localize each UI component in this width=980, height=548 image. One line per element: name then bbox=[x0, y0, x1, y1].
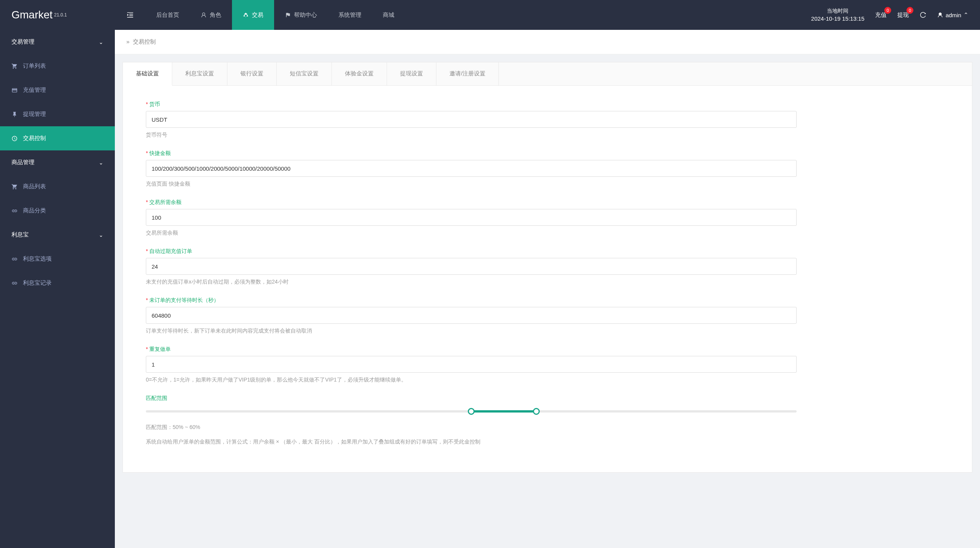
chevron-down-icon: ⌄ bbox=[99, 160, 103, 166]
main-content: » 交易控制 基础设置 利息宝设置 银行设置 短信宝设置 体验金设置 提现设置 … bbox=[115, 30, 980, 548]
cart-icon bbox=[11, 184, 18, 190]
flag-icon bbox=[285, 12, 291, 18]
top-header: Gmarket 21.0.1 后台首页 角色 交易 帮助中心 系统管理 商城 bbox=[0, 0, 980, 30]
match-range-slider[interactable] bbox=[146, 405, 797, 418]
user-menu[interactable]: admin ⌃ bbox=[937, 11, 969, 18]
sidebar-item-interest-log[interactable]: 利息宝记录 bbox=[0, 271, 115, 295]
nav-help[interactable]: 帮助中心 bbox=[274, 0, 328, 30]
sidebar-item-product-cat[interactable]: 商品分类 bbox=[0, 199, 115, 223]
repeat-order-help: 0=不允许，1=允许，如果昨天用户做了VIP1级别的单，那么他今天就做不了VIP… bbox=[146, 377, 949, 383]
wait-time-help: 订单支付等待时长，新下订单未在此时间内容完成支付将会被自动取消 bbox=[146, 328, 949, 334]
required-mark: * bbox=[146, 346, 148, 352]
nav-system[interactable]: 系统管理 bbox=[328, 0, 372, 30]
sidebar-item-orders[interactable]: 订单列表 bbox=[0, 54, 115, 78]
match-range-text: 匹配范围：50% ~ 60% bbox=[146, 424, 949, 431]
required-mark: * bbox=[146, 101, 148, 107]
sidebar-group-product[interactable]: 商品管理 ⌄ bbox=[0, 150, 115, 175]
nav-home[interactable]: 后台首页 bbox=[145, 0, 190, 30]
form-area: *货币 货币符号 *快捷金额 充值页面 快捷金额 *交易所需余额 bbox=[123, 86, 972, 472]
recharge-badge: 0 bbox=[884, 7, 891, 14]
required-mark: * bbox=[146, 248, 148, 254]
field-currency: *货币 货币符号 bbox=[146, 101, 949, 139]
recharge-link[interactable]: 充值 0 bbox=[875, 11, 887, 19]
cart-icon bbox=[11, 63, 18, 69]
tab-bank[interactable]: 银行设置 bbox=[227, 62, 277, 85]
slider-knob-max[interactable] bbox=[533, 408, 540, 415]
sidebar-item-interest-opt[interactable]: 利息宝选项 bbox=[0, 247, 115, 271]
required-mark: * bbox=[146, 150, 148, 156]
link-icon bbox=[11, 280, 18, 286]
sidebar-group-trade[interactable]: 交易管理 ⌄ bbox=[0, 30, 115, 54]
user-icon bbox=[201, 12, 207, 18]
sidebar-item-trade-control[interactable]: 交易控制 bbox=[0, 126, 115, 150]
trade-balance-help: 交易所需余额 bbox=[146, 230, 949, 236]
sidebar-item-recharge[interactable]: 充值管理 bbox=[0, 78, 115, 102]
required-mark: * bbox=[146, 199, 148, 205]
hamburger-icon bbox=[126, 11, 134, 19]
brand-version: 21.0.1 bbox=[54, 12, 67, 18]
field-repeat-order: *重复做单 0=不允许，1=允许，如果昨天用户做了VIP1级别的单，那么他今天就… bbox=[146, 346, 949, 383]
sidebar-toggle[interactable] bbox=[115, 0, 145, 30]
tab-sms[interactable]: 短信宝设置 bbox=[277, 62, 332, 85]
withdraw-link[interactable]: 提现 0 bbox=[897, 11, 909, 19]
wait-time-input[interactable] bbox=[146, 307, 797, 324]
brand-logo: Gmarket 21.0.1 bbox=[0, 0, 115, 30]
tabs: 基础设置 利息宝设置 银行设置 短信宝设置 体验金设置 提现设置 邀请/注册设置 bbox=[123, 62, 972, 86]
breadcrumb: » 交易控制 bbox=[115, 30, 980, 54]
content-card: 基础设置 利息宝设置 银行设置 短信宝设置 体验金设置 提现设置 邀请/注册设置… bbox=[122, 62, 972, 473]
header-right: 当地时间 2024-10-19 15:13:15 充值 0 提现 0 admin… bbox=[811, 0, 980, 30]
chevron-down-icon: ⌄ bbox=[99, 232, 103, 238]
nav-mall[interactable]: 商城 bbox=[372, 0, 405, 30]
repeat-order-input[interactable] bbox=[146, 356, 797, 373]
local-time: 当地时间 2024-10-19 15:13:15 bbox=[811, 7, 864, 23]
match-range-help: 系统自动给用户派单的金额范围，计算公式：用户余额 × （最小，最大 百分比），如… bbox=[146, 439, 949, 445]
chevron-down-icon: ⌄ bbox=[99, 39, 103, 45]
tab-trial[interactable]: 体验金设置 bbox=[332, 62, 387, 85]
trade-balance-input[interactable] bbox=[146, 209, 797, 226]
sidebar-item-withdraw[interactable]: 提现管理 bbox=[0, 102, 115, 126]
sidebar: 交易管理 ⌄ 订单列表 充值管理 提现管理 交易控制 商品管理 ⌄ bbox=[0, 30, 115, 548]
currency-input[interactable] bbox=[146, 111, 797, 128]
field-auto-expire: *自动过期充值订单 未支付的充值订单x小时后自动过期，必须为整数，如24小时 bbox=[146, 248, 949, 285]
auto-expire-input[interactable] bbox=[146, 258, 797, 275]
field-wait-time: *未订单的支付等待时长（秒） 订单支付等待时长，新下订单未在此时间内容完成支付将… bbox=[146, 297, 949, 334]
brand-name: Gmarket bbox=[11, 9, 52, 21]
refresh-button[interactable] bbox=[920, 11, 926, 18]
withdraw-badge: 0 bbox=[906, 7, 913, 14]
required-mark: * bbox=[146, 297, 148, 303]
tab-interest[interactable]: 利息宝设置 bbox=[172, 62, 227, 85]
link-icon bbox=[11, 208, 18, 214]
quick-amount-input[interactable] bbox=[146, 160, 797, 177]
slider-knob-min[interactable] bbox=[468, 408, 475, 415]
breadcrumb-sep: » bbox=[126, 38, 133, 45]
auto-expire-help: 未支付的充值订单x小时后自动过期，必须为整数，如24小时 bbox=[146, 279, 949, 285]
top-nav: 后台首页 角色 交易 帮助中心 系统管理 商城 bbox=[115, 0, 811, 30]
tab-invite[interactable]: 邀请/注册设置 bbox=[436, 62, 499, 85]
link-icon bbox=[11, 256, 18, 262]
user-icon bbox=[937, 12, 943, 18]
quick-amount-help: 充值页面 快捷金额 bbox=[146, 181, 949, 188]
currency-help: 货币符号 bbox=[146, 132, 949, 139]
pin-icon bbox=[11, 111, 18, 117]
chevron-down-icon: ⌃ bbox=[964, 11, 969, 18]
nav-trade[interactable]: 交易 bbox=[232, 0, 274, 30]
dashboard-icon bbox=[11, 135, 18, 142]
field-match-range: 匹配范围 匹配范围：50% ~ 60% 系统自动给用户派单的金额范围，计算公式：… bbox=[146, 395, 949, 445]
tab-withdraw[interactable]: 提现设置 bbox=[387, 62, 436, 85]
tab-basic[interactable]: 基础设置 bbox=[123, 62, 172, 86]
nav-role[interactable]: 角色 bbox=[190, 0, 232, 30]
refresh-icon bbox=[920, 11, 926, 18]
field-trade-balance: *交易所需余额 交易所需余额 bbox=[146, 199, 949, 236]
sidebar-group-interest[interactable]: 利息宝 ⌄ bbox=[0, 223, 115, 247]
field-quick-amount: *快捷金额 充值页面 快捷金额 bbox=[146, 150, 949, 188]
sidebar-item-product-list[interactable]: 商品列表 bbox=[0, 175, 115, 199]
scale-icon bbox=[243, 12, 249, 18]
card-icon bbox=[11, 87, 18, 93]
